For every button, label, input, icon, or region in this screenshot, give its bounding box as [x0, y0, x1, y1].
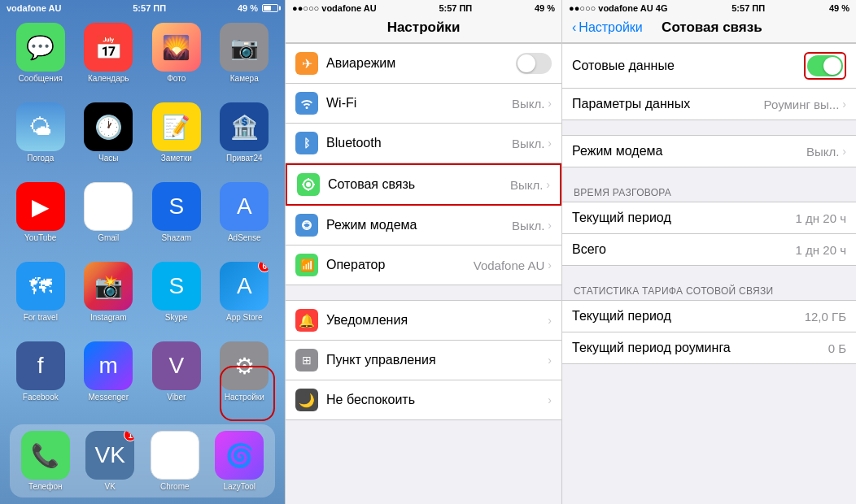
- app-label-shazam: Shazam: [161, 233, 191, 242]
- app-icon-youtube: ▶: [16, 182, 65, 231]
- app-icon-privat: 🏦: [220, 102, 269, 151]
- app-icon-appstore: A6: [220, 262, 269, 311]
- app-grid: 💬Сообщения📅Календарь🌄Фото📷Камера🌤Погода🕐…: [0, 16, 285, 421]
- status-right: 49 %: [238, 3, 278, 13]
- donotdisturb-content: Не беспокоить ›: [326, 393, 552, 407]
- app-adsense[interactable]: AAdSense: [214, 182, 276, 255]
- data-params-cell[interactable]: Параметры данных Роуминг вы... ›: [562, 89, 856, 120]
- airplane-icon: ✈: [295, 52, 318, 75]
- app-messenger[interactable]: mMessenger: [78, 341, 140, 415]
- stats-section-header: СТАТИСТИКА ТАРИФА СОТОВОЙ СВЯЗИ: [562, 280, 856, 300]
- cellular-data-content: Сотовые данные: [572, 52, 846, 80]
- app-icon-facebook: f: [16, 341, 65, 390]
- donotdisturb-chevron: ›: [548, 393, 552, 406]
- wifi-cell[interactable]: Wi-Fi Выкл. ›: [286, 84, 561, 124]
- current-period-data-cell: Текущий период 12,0 ГБ: [562, 300, 856, 332]
- cellular-data-cell[interactable]: Сотовые данные: [562, 43, 856, 89]
- back-chevron-icon: ‹: [572, 20, 576, 35]
- app-gmail[interactable]: ✉Gmail: [78, 182, 140, 255]
- airplane-toggle[interactable]: [516, 53, 552, 74]
- app-appstore[interactable]: A6App Store: [214, 262, 276, 335]
- cellular-group-1: Сотовые данные Параметры данных Роуминг …: [562, 43, 856, 120]
- app-label-gmail: Gmail: [98, 233, 119, 242]
- app-settings[interactable]: ⚙Настройки: [214, 341, 276, 415]
- control-cell[interactable]: ⊞ Пункт управления ›: [286, 341, 561, 380]
- app-label-viber: Viber: [167, 393, 186, 402]
- operator-cell[interactable]: 📶 Оператор Vodafone AU ›: [286, 245, 561, 285]
- app-photos[interactable]: 🌄Фото: [146, 23, 207, 96]
- dock-phone[interactable]: 📞Телефон: [16, 431, 75, 491]
- control-chevron: ›: [548, 354, 552, 367]
- operator-label: Оператор: [326, 258, 385, 272]
- cellular-data-toggle-wrapper: [804, 52, 846, 80]
- airplane-cell[interactable]: ✈ Авиарежим: [286, 43, 561, 84]
- dock-chrome[interactable]: ●Chrome: [146, 431, 204, 491]
- current-period-roaming-value: 0 Б: [828, 341, 846, 355]
- app-label-appstore: App Store: [226, 313, 262, 322]
- dock: 📞ТелефонVK1VK●Chrome🌀LazyTool: [10, 424, 275, 497]
- app-icon-shazam: S: [152, 182, 201, 231]
- cellular-data-toggle[interactable]: [807, 55, 843, 76]
- app-camera[interactable]: 📷Камера: [214, 23, 276, 96]
- wifi-chevron: ›: [548, 97, 552, 110]
- battery-settings: 49 %: [535, 3, 555, 13]
- notifications-cell[interactable]: 🔔 Уведомления ›: [286, 300, 561, 341]
- modem-mode-content: Режим модема Выкл. ›: [572, 144, 846, 159]
- app-privat[interactable]: 🏦Приват24: [214, 102, 276, 176]
- app-shazam[interactable]: SShazam: [146, 182, 207, 255]
- stats-group: Текущий период 12,0 ГБ Текущий период ро…: [562, 300, 856, 364]
- app-label-messenger: Messenger: [89, 393, 129, 402]
- modem-label: Режим модема: [326, 218, 417, 232]
- app-viber[interactable]: VViber: [146, 341, 207, 415]
- app-facebook[interactable]: fFacebook: [10, 341, 72, 415]
- cellular-header: ●●○○○ vodafone AU 4G 5:57 ПП 49 % ‹ Наст…: [562, 0, 856, 43]
- cellular-cell[interactable]: Сотовая связь Выкл. ›: [286, 163, 561, 206]
- battery-cellular: 49 %: [829, 3, 849, 13]
- app-icon-photos: 🌄: [152, 23, 201, 72]
- data-params-label: Параметры данных: [572, 97, 690, 111]
- app-weather[interactable]: 🌤Погода: [10, 102, 72, 176]
- app-label-travel: For travel: [24, 313, 58, 322]
- notifications-content: Уведомления ›: [326, 313, 552, 328]
- current-period-roaming-label: Текущий период роуминга: [572, 341, 731, 355]
- bluetooth-cell[interactable]: ᛒ Bluetooth Выкл. ›: [286, 124, 561, 163]
- section-divider-c1: [562, 120, 856, 135]
- app-travel[interactable]: 🗺For travel: [10, 262, 72, 335]
- dock-label-chrome: Chrome: [160, 482, 190, 491]
- status-left: vodafone AU: [7, 3, 61, 13]
- app-label-privat: Приват24: [226, 154, 263, 163]
- app-instagram[interactable]: 📸Instagram: [78, 262, 140, 335]
- app-skype[interactable]: SSkype: [146, 262, 207, 335]
- app-clock[interactable]: 🕐Часы: [78, 102, 140, 176]
- back-button[interactable]: ‹ Настройки: [572, 20, 643, 35]
- cellular-nav: ‹ Настройки Сотовая связь: [562, 15, 856, 42]
- time-home: 5:57 ПП: [133, 3, 166, 13]
- modem-cell[interactable]: Режим модема Выкл. ›: [286, 206, 561, 245]
- dock-icon-phone: 📞: [21, 431, 70, 480]
- modem-mode-label: Режим модема: [572, 144, 662, 159]
- time-settings: 5:57 ПП: [439, 3, 472, 13]
- app-label-youtube: YouTube: [24, 233, 56, 242]
- svg-point-1: [306, 182, 311, 187]
- app-messages[interactable]: 💬Сообщения: [10, 23, 72, 96]
- app-label-skype: Skype: [165, 313, 188, 322]
- app-icon-messenger: m: [84, 341, 133, 390]
- app-icon-instagram: 📸: [84, 262, 133, 311]
- app-calendar[interactable]: 📅Календарь: [78, 23, 140, 96]
- app-label-weather: Погода: [27, 154, 54, 163]
- home-screen: vodafone AU 5:57 ПП 49 % 💬Сообщения📅Кале…: [0, 0, 285, 504]
- modem-value: Выкл.: [512, 219, 544, 232]
- dock-vk[interactable]: VK1VK: [81, 431, 140, 491]
- dock-lazytool[interactable]: 🌀LazyTool: [211, 431, 269, 491]
- current-period-roaming-content: Текущий период роуминга 0 Б: [572, 341, 846, 355]
- dock-label-vk: VK: [105, 482, 116, 491]
- section-divider-1: [286, 285, 561, 300]
- app-label-adsense: AdSense: [228, 233, 261, 242]
- donotdisturb-cell[interactable]: 🌙 Не беспокоить ›: [286, 380, 561, 420]
- modem-mode-cell[interactable]: Режим модема Выкл. ›: [562, 135, 856, 167]
- wifi-value: Выкл.: [512, 97, 544, 111]
- app-notes[interactable]: 📝Заметки: [146, 102, 207, 176]
- app-icon-gmail: ✉: [84, 182, 133, 231]
- app-youtube[interactable]: ▶YouTube: [10, 182, 72, 255]
- cellular-label: Сотовая связь: [328, 177, 415, 192]
